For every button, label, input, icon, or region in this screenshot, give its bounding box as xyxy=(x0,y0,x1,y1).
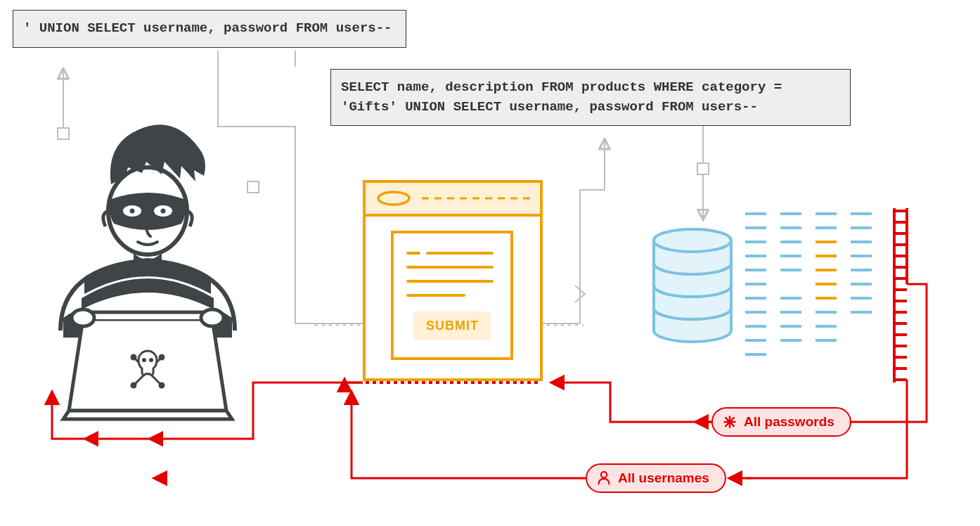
svg-point-80 xyxy=(72,309,94,326)
svg-point-88 xyxy=(142,358,146,362)
svg-rect-0 xyxy=(58,128,69,139)
svg-rect-2 xyxy=(697,163,709,174)
badge-label: All usernames xyxy=(618,470,709,486)
svg-point-95 xyxy=(601,472,607,477)
user-icon xyxy=(597,470,611,486)
svg-point-86 xyxy=(131,383,136,387)
svg-point-79 xyxy=(161,209,166,214)
database-icon xyxy=(654,208,907,383)
attacker-icon xyxy=(60,124,235,419)
svg-point-89 xyxy=(149,358,153,362)
attacker-input-code: ' UNION SELECT username, password FROM u… xyxy=(13,10,406,48)
asterisk-icon xyxy=(723,415,737,429)
svg-point-87 xyxy=(160,383,164,387)
svg-rect-1 xyxy=(247,181,259,193)
svg-point-18 xyxy=(654,229,731,252)
web-form-icon xyxy=(364,181,541,383)
svg-point-78 xyxy=(130,209,135,214)
server-query-code: SELECT name, description FROM products W… xyxy=(330,69,851,126)
svg-point-85 xyxy=(160,355,164,359)
badge-label: All passwords xyxy=(744,414,834,430)
all-passwords-badge: All passwords xyxy=(711,407,851,437)
svg-point-84 xyxy=(131,355,136,359)
submit-button-label: SUBMIT xyxy=(426,319,479,333)
all-usernames-badge: All usernames xyxy=(586,463,726,493)
svg-point-81 xyxy=(201,309,224,326)
